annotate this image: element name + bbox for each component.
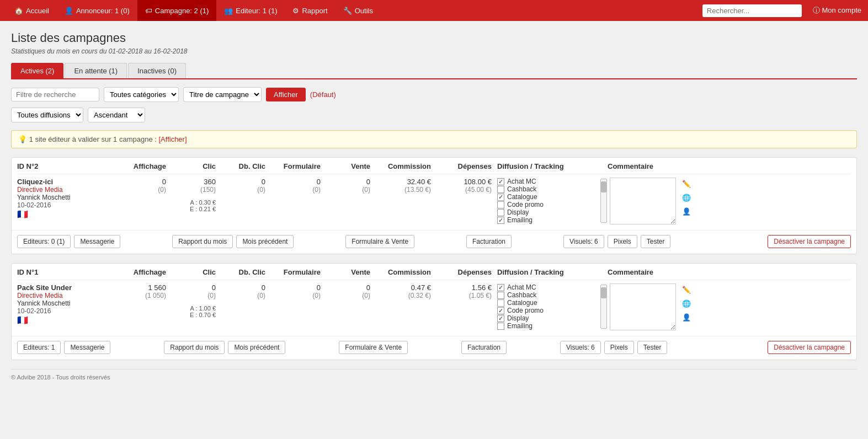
col-header-dbclic: Db. Clic: [221, 268, 271, 276]
commentaire-col: ✏️ 🌐 👤: [608, 283, 851, 330]
dbclic-col: 0 (0): [221, 178, 271, 194]
vente-value: 0: [366, 178, 370, 186]
tag-icon: 🏷: [145, 7, 152, 15]
tab-actives[interactable]: Actives (2): [11, 63, 63, 78]
globe-icon[interactable]: 🌐: [680, 191, 693, 204]
nav-rapport[interactable]: ⚙ Rapport: [285, 0, 335, 21]
diffusion-checkbox[interactable]: [497, 284, 504, 291]
clic-value: 360: [204, 178, 216, 186]
diffusion-label: Catalogue: [507, 299, 537, 307]
search-input[interactable]: [702, 4, 802, 17]
tester-button[interactable]: Tester: [641, 235, 671, 248]
diffusion-checkbox[interactable]: [497, 201, 504, 208]
sort-field-select[interactable]: Titre de campagneDateID: [183, 87, 262, 102]
visuels-button[interactable]: Visuels: 6: [563, 235, 604, 248]
facturation-button[interactable]: Facturation: [461, 341, 507, 354]
diffusion-label: Emailing: [507, 216, 532, 224]
dbclic-sub: (0): [257, 186, 265, 194]
nav-editeur[interactable]: 👥 Editeur: 1 (1): [216, 0, 285, 21]
search-filter-input[interactable]: [11, 88, 99, 101]
col-header-diffusion: Diffusion / Tracking: [497, 162, 608, 170]
rapport-button[interactable]: Rapport du mois: [164, 341, 225, 354]
diffusion-label: Display: [507, 208, 529, 216]
diffusion-checkbox[interactable]: [497, 292, 504, 299]
col-header-clic: Clic: [172, 268, 221, 276]
diffusion-checkbox[interactable]: [497, 217, 504, 224]
dbclic-col: 0 (0): [221, 283, 271, 299]
diffusion-checkbox[interactable]: [497, 323, 504, 330]
diffusion-label: Achat MC: [507, 178, 536, 185]
facturation-button[interactable]: Facturation: [466, 235, 512, 248]
editeurs-button[interactable]: Editeurs: 0 (1): [17, 235, 71, 248]
person-icon[interactable]: 👤: [680, 205, 693, 217]
pixels-button[interactable]: Pixels: [608, 235, 637, 248]
pixels-button[interactable]: Pixels: [604, 341, 634, 354]
account-link[interactable]: ⓘ Mon compte: [813, 6, 861, 15]
diffusion-scrollbar[interactable]: [600, 285, 607, 329]
categories-select[interactable]: Toutes catégoriesCatégorie 1Catégorie 2: [104, 87, 179, 102]
editeurs-button[interactable]: Editeurs: 1: [17, 341, 61, 354]
nav-accueil[interactable]: 🏠 Accueil: [7, 0, 57, 21]
tab-inactives[interactable]: Inactives (0): [128, 63, 186, 78]
vente-sub: (0): [362, 186, 370, 194]
diffusion-scrollbar[interactable]: [600, 179, 607, 223]
tester-button[interactable]: Tester: [637, 341, 668, 354]
desactiver-button[interactable]: Désactiver la campagne: [768, 341, 851, 354]
formulaire-sub: (0): [312, 186, 321, 194]
depenses-col: 1.56 € (1.05 €): [436, 283, 497, 299]
comment-textarea[interactable]: [610, 178, 676, 224]
afficher-button[interactable]: Afficher: [266, 88, 306, 101]
visuels-button[interactable]: Visuels: 6: [560, 341, 601, 354]
diffusion-checkbox[interactable]: [497, 194, 504, 201]
diffusion-checkbox[interactable]: [497, 299, 504, 307]
campaign-title: Pack Site Under: [17, 283, 122, 292]
diffusion-checkbox[interactable]: [497, 178, 504, 185]
comment-textarea[interactable]: [610, 283, 676, 330]
diffusion-label: Code promo: [507, 201, 544, 208]
diffusion-checkbox[interactable]: [497, 186, 504, 193]
affichage-value: 1 560: [148, 283, 166, 292]
campaigns-list: ID N°2 Affichage Clic Db. Clic Formulair…: [11, 157, 857, 360]
alert-link[interactable]: [Afficher]: [158, 135, 187, 143]
edit-icon[interactable]: ✏️: [680, 283, 693, 296]
messagerie-button[interactable]: Messagerie: [74, 235, 120, 248]
campaign-brand[interactable]: Directive Media: [17, 186, 122, 194]
mois-prec-button[interactable]: Mois précédent: [228, 341, 285, 354]
nav-annonceur[interactable]: 👤 Annonceur: 1 (0): [57, 0, 137, 21]
depenses-value: 1.56 €: [472, 283, 492, 292]
diffusion-label: Cashback: [507, 291, 536, 299]
messagerie-button[interactable]: Messagerie: [64, 341, 110, 354]
vente-col: 0 (0): [326, 178, 376, 194]
nav-outils[interactable]: 🔧 Outils: [336, 0, 381, 21]
affichage-col: 0 (0): [122, 178, 172, 194]
col-header-id: ID N°1: [17, 268, 122, 276]
form-vente-button[interactable]: Formulaire & Vente: [345, 235, 414, 248]
tab-bar: Actives (2) En attente (1) Inactives (0): [11, 63, 857, 79]
person-icon[interactable]: 👤: [680, 311, 693, 323]
edit-icon[interactable]: ✏️: [680, 178, 693, 190]
scrollbar-thumb: [601, 287, 606, 298]
campaign-flag: 🇫🇷: [17, 315, 122, 325]
diffusion-checkbox[interactable]: [497, 315, 504, 322]
form-vente-button[interactable]: Formulaire & Vente: [339, 341, 408, 354]
campaign-brand[interactable]: Directive Media: [17, 292, 122, 299]
diffusion-list: Achat MC Cashback Catalogue Code promo D…: [497, 283, 599, 330]
tab-en-attente[interactable]: En attente (1): [65, 63, 127, 78]
col-header-commission: Commission: [376, 268, 436, 276]
diffusions-select[interactable]: Toutes diffusionsDiffusion 1: [11, 108, 83, 122]
rapport-button[interactable]: Rapport du mois: [172, 235, 233, 248]
diffusion-item: Catalogue: [497, 299, 599, 307]
nav-campagne[interactable]: 🏷 Campagne: 2 (1): [137, 0, 217, 21]
campaign-date: 10-02-2016: [17, 201, 122, 209]
diffusion-item: Emailing: [497, 322, 599, 330]
mois-prec-button[interactable]: Mois précédent: [236, 235, 294, 248]
desactiver-button[interactable]: Désactiver la campagne: [768, 235, 851, 248]
clic-detail-e: E : 0.70 €: [190, 312, 216, 318]
diffusion-checkbox[interactable]: [497, 307, 504, 314]
vente-sub: (0): [362, 292, 370, 299]
globe-icon[interactable]: 🌐: [680, 297, 693, 309]
order-select[interactable]: AscendantDescendant: [88, 108, 145, 122]
commission-col: 32.40 € (13.50 €): [376, 178, 436, 194]
diffusion-checkbox[interactable]: [497, 209, 504, 216]
diffusion-label: Catalogue: [507, 193, 537, 201]
